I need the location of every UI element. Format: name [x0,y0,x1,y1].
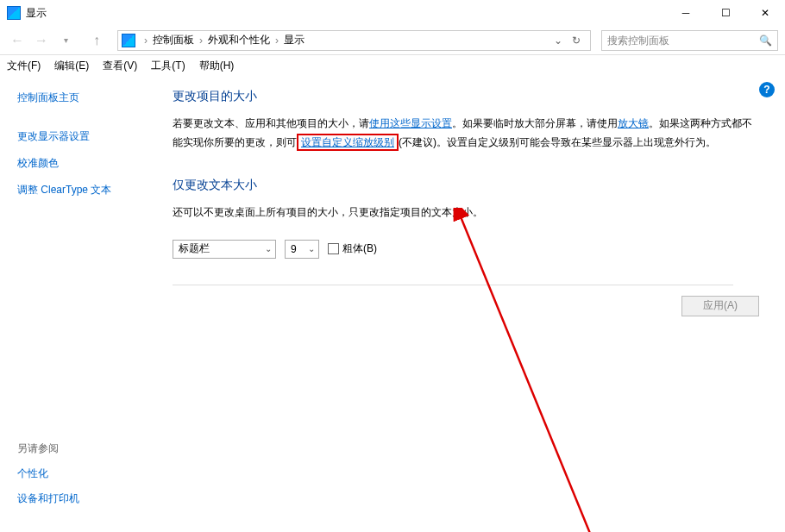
chevron-down-icon: ⌄ [265,244,272,253]
link-custom-scaling[interactable]: 设置自定义缩放级别 [297,134,399,151]
item-dropdown[interactable]: 标题栏 ⌄ [173,240,276,259]
menu-view[interactable]: 查看(V) [103,59,137,73]
sidebar-link-calibrate[interactable]: 校准颜色 [17,156,155,171]
body-area: ? 控制面板主页 更改显示器设置 校准颜色 调整 ClearType 文本 更改… [0,77,785,329]
chevron-right-icon: › [199,34,203,47]
app-icon [7,6,21,20]
breadcrumb[interactable]: › 控制面板 › 外观和个性化 › 显示 ⌄ ↻ [117,30,591,51]
link-display-settings[interactable]: 使用这些显示设置 [369,117,452,129]
chevron-down-icon: ⌄ [308,244,315,253]
chevron-right-icon: › [275,34,279,47]
link-magnifier[interactable]: 放大镜 [618,117,649,129]
see-also-heading: 另请参阅 [17,441,79,456]
window-title: 显示 [26,6,666,21]
up-button[interactable]: ↑ [86,30,107,51]
refresh-icon[interactable]: ↻ [566,34,587,47]
close-button[interactable]: ✕ [745,0,785,26]
apply-button[interactable]: 应用(A) [681,296,759,316]
size-dropdown-value: 9 [291,243,297,255]
search-input[interactable] [607,34,759,47]
main-content: 更改项目的大小 若要更改文本、应用和其他项目的大小，请使用这些显示设置。如果要临… [173,77,785,329]
see-also-personalization[interactable]: 个性化 [17,466,79,481]
chevron-right-icon: › [144,34,148,47]
section-heading-resize: 更改项目的大小 [173,89,759,104]
back-button[interactable]: ← [7,30,28,51]
sidebar-link-display-settings[interactable]: 更改显示器设置 [17,129,155,144]
navbar: ← → ▾ ↑ › 控制面板 › 外观和个性化 › 显示 ⌄ ↻ 🔍 [0,26,785,55]
bold-checkbox-label[interactable]: 粗体(B) [328,241,377,256]
breadcrumb-item[interactable]: 外观和个性化 [208,33,270,47]
item-dropdown-value: 标题栏 [179,241,210,256]
divider [173,285,733,285]
size-dropdown[interactable]: 9 ⌄ [285,240,319,259]
text-size-controls: 标题栏 ⌄ 9 ⌄ 粗体(B) [173,240,759,259]
forward-button[interactable]: → [31,30,52,51]
section2-paragraph: 还可以不更改桌面上所有项目的大小，只更改指定项目的文本大小。 [173,203,759,222]
apply-row: 应用(A) [173,296,759,316]
bold-checkbox-text: 粗体(B) [342,241,377,256]
recent-dropdown-icon[interactable]: ▾ [55,30,76,51]
sidebar: 控制面板主页 更改显示器设置 校准颜色 调整 ClearType 文本 [0,77,173,329]
breadcrumb-icon [122,34,135,47]
search-box[interactable]: 🔍 [601,30,778,51]
menu-file[interactable]: 文件(F) [7,59,41,73]
sidebar-home-link[interactable]: 控制面板主页 [17,91,155,105]
breadcrumb-dropdown-icon[interactable]: ⌄ [550,34,566,47]
menubar: 文件(F) 编辑(E) 查看(V) 工具(T) 帮助(H) [0,55,785,77]
search-icon[interactable]: 🔍 [759,34,772,47]
see-also-devices[interactable]: 设备和打印机 [17,491,79,506]
titlebar: 显示 ─ ☐ ✕ [0,0,785,26]
breadcrumb-item[interactable]: 显示 [284,33,305,47]
window-controls: ─ ☐ ✕ [666,0,785,26]
menu-tools[interactable]: 工具(T) [151,59,185,73]
minimize-button[interactable]: ─ [666,0,706,26]
breadcrumb-item[interactable]: 控制面板 [153,33,194,47]
maximize-button[interactable]: ☐ [706,0,745,26]
section-heading-textonly: 仅更改文本大小 [173,178,759,193]
menu-edit[interactable]: 编辑(E) [54,59,89,73]
see-also: 另请参阅 个性化 设备和打印机 [17,441,79,516]
bold-checkbox[interactable] [328,243,339,254]
sidebar-link-cleartype[interactable]: 调整 ClearType 文本 [17,183,155,197]
menu-help[interactable]: 帮助(H) [199,59,235,73]
section1-paragraph: 若要更改文本、应用和其他项目的大小，请使用这些显示设置。如果要临时放大部分屏幕，… [173,115,759,152]
